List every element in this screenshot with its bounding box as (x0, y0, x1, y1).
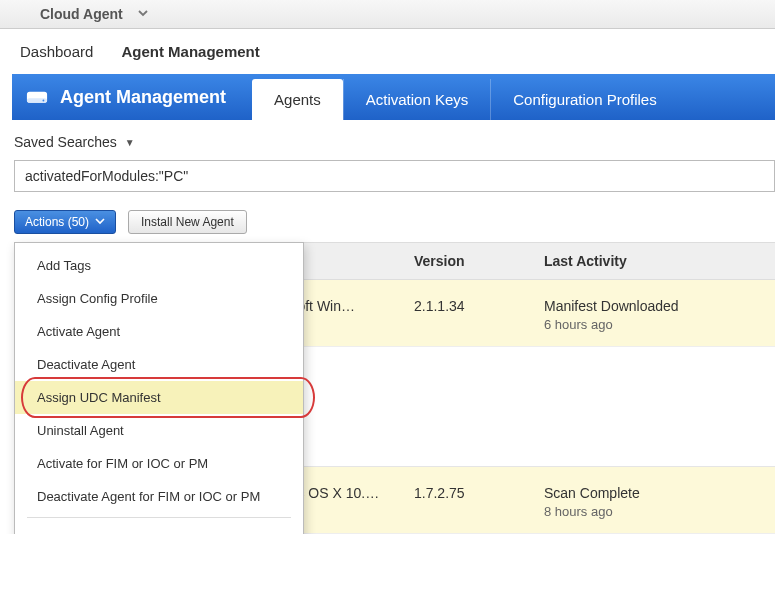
activity-subtext: 6 hours ago (544, 317, 775, 332)
menu-item-uninstall-agent[interactable]: Uninstall Agent (15, 414, 303, 447)
activity-text: Scan Complete (544, 485, 775, 501)
panel-tab-activation-keys[interactable]: Activation Keys (343, 79, 491, 120)
search-input[interactable] (14, 160, 775, 192)
chevron-down-icon[interactable] (137, 7, 149, 22)
column-version[interactable]: Version (414, 253, 544, 269)
main-tabstrip: Dashboard Agent Management (0, 29, 775, 74)
chevron-down-icon (95, 215, 105, 229)
menu-item-clear-selections[interactable]: Clear selections (15, 522, 303, 534)
menu-item-deactivate-fim-ioc-pm[interactable]: Deactivate Agent for FIM or IOC or PM (15, 480, 303, 513)
actions-dropdown: Add Tags Assign Config Profile Activate … (14, 242, 304, 534)
actions-button-label: Actions (50) (25, 215, 89, 229)
menu-item-assign-config-profile[interactable]: Assign Config Profile (15, 282, 303, 315)
svg-point-2 (43, 100, 45, 102)
menu-item-deactivate-agent[interactable]: Deactivate Agent (15, 348, 303, 381)
tab-agent-management[interactable]: Agent Management (121, 43, 259, 60)
activity-text: Manifest Downloaded (544, 298, 775, 314)
version-cell: 1.7.2.75 (414, 485, 544, 501)
panel-tabs: Agents Activation Keys Configuration Pro… (252, 74, 679, 120)
panel-header: Agent Management Agents Activation Keys … (12, 74, 775, 120)
panel-title-text: Agent Management (60, 87, 226, 108)
version-cell: 2.1.1.34 (414, 298, 544, 314)
panel-title: Agent Management (12, 74, 246, 120)
menu-item-add-tags[interactable]: Add Tags (15, 249, 303, 282)
app-topbar: Cloud Agent (0, 0, 775, 29)
app-switcher[interactable]: Cloud Agent (40, 6, 123, 22)
menu-divider (27, 517, 291, 518)
actions-button[interactable]: Actions (50) (14, 210, 116, 234)
menu-item-activate-agent[interactable]: Activate Agent (15, 315, 303, 348)
saved-searches-dropdown[interactable]: Saved Searches ▼ (0, 120, 775, 160)
install-new-agent-button[interactable]: Install New Agent (128, 210, 247, 234)
tab-dashboard[interactable]: Dashboard (20, 43, 93, 60)
disk-icon (26, 89, 48, 105)
column-last-activity[interactable]: Last Activity (544, 253, 775, 269)
saved-searches-label: Saved Searches (14, 134, 117, 150)
panel-tab-agents[interactable]: Agents (252, 79, 343, 120)
panel-tab-config-profiles[interactable]: Configuration Profiles (490, 79, 678, 120)
caret-down-icon: ▼ (125, 137, 135, 148)
activity-subtext: 8 hours ago (544, 504, 775, 519)
menu-item-activate-fim-ioc-pm[interactable]: Activate for FIM or IOC or PM (15, 447, 303, 480)
actions-row: Actions (50) Install New Agent (0, 210, 775, 242)
menu-item-assign-udc-manifest[interactable]: Assign UDC Manifest (15, 381, 303, 414)
